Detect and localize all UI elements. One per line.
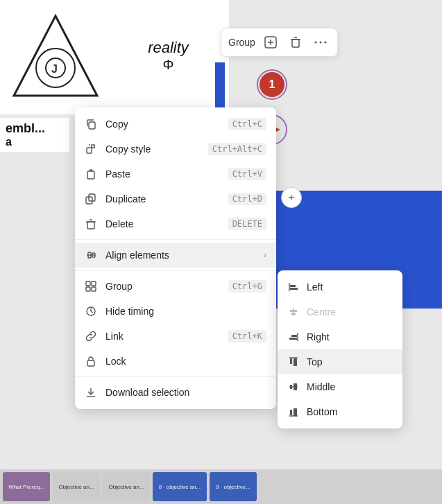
submenu-item-middle[interactable]: Middle	[278, 374, 402, 399]
menu-item-paste[interactable]: Paste Ctrl+V	[75, 162, 276, 186]
svg-rect-16	[87, 148, 92, 153]
svg-rect-15	[89, 122, 95, 129]
menu-divider-2	[75, 270, 276, 271]
svg-rect-47	[294, 358, 297, 366]
svg-rect-49	[290, 385, 292, 389]
menu-group-label: Group	[105, 281, 220, 292]
svg-rect-28	[86, 287, 90, 291]
svg-point-14	[324, 42, 326, 44]
submenu-item-bottom[interactable]: Bottom	[278, 399, 402, 424]
svg-rect-9	[292, 40, 299, 47]
svg-rect-44	[289, 338, 297, 340]
thumb-item-3[interactable]: 8 · objective an...	[153, 472, 207, 501]
menu-copy-style-shortcut: Ctrl+Alt+C	[208, 143, 266, 155]
menu-lock-label: Lock	[105, 356, 266, 367]
menu-item-align[interactable]: Align elements ›	[75, 243, 276, 268]
menu-copy-style-label: Copy style	[105, 144, 200, 155]
thumb-item-0[interactable]: What Prereq...	[3, 472, 50, 501]
svg-point-13	[319, 42, 321, 44]
submenu-item-left[interactable]: Left	[278, 275, 402, 299]
svg-rect-46	[290, 358, 292, 364]
menu-item-delete[interactable]: Delete DELETE	[75, 211, 276, 236]
align-icon	[85, 249, 97, 261]
svg-rect-38	[290, 288, 298, 290]
submenu-right-label: Right	[307, 331, 393, 342]
svg-rect-17	[87, 171, 94, 179]
download-icon	[85, 386, 97, 399]
menu-paste-label: Paste	[105, 168, 220, 180]
hide-timing-icon	[85, 305, 97, 318]
svg-line-32	[91, 311, 93, 313]
svg-rect-53	[294, 408, 297, 416]
align-submenu: Left Centre Right	[278, 270, 402, 428]
add-button[interactable]	[261, 33, 280, 52]
svg-rect-27	[92, 281, 96, 286]
paste-icon	[85, 168, 97, 180]
menu-item-group[interactable]: Group Ctrl+G	[75, 274, 276, 299]
toolbar-group-label: Group	[228, 37, 255, 48]
menu-item-hide-timing[interactable]: Hide timing	[75, 299, 276, 324]
submenu-middle-label: Middle	[307, 381, 393, 392]
svg-rect-52	[290, 410, 292, 415]
thumb-label-4: 9 · objective...	[216, 484, 250, 490]
more-options-button[interactable]	[311, 33, 330, 52]
delete-button[interactable]	[286, 33, 305, 52]
svg-rect-29	[92, 287, 96, 291]
svg-rect-41	[291, 313, 296, 315]
thumb-item-4[interactable]: 9 · objective...	[210, 472, 257, 501]
menu-download-label: Download selection	[105, 387, 266, 398]
menu-item-download[interactable]: Download selection	[75, 380, 276, 405]
menu-duplicate-label: Duplicate	[105, 193, 220, 205]
group-icon	[85, 280, 97, 293]
align-top-icon	[287, 356, 300, 368]
lock-icon	[85, 355, 97, 367]
submenu-centre-label: Centre	[307, 306, 393, 318]
duplicate-icon	[85, 193, 97, 205]
align-centre-icon	[287, 306, 300, 318]
menu-copy-shortcut: Ctrl+C	[228, 118, 266, 130]
svg-point-12	[314, 42, 316, 44]
thumb-item-1[interactable]: Objective an...	[53, 472, 100, 501]
thumb-label-3: 8 · objective an...	[159, 484, 201, 490]
menu-link-shortcut: Ctrl+K	[228, 330, 266, 342]
menu-divider-3	[75, 376, 276, 377]
thumb-label-1: Objective an...	[58, 484, 94, 490]
svg-rect-26	[86, 281, 90, 286]
menu-link-label: Link	[105, 331, 220, 342]
align-left-icon	[287, 281, 300, 293]
align-right-icon	[287, 331, 300, 343]
context-menu: Copy Ctrl+C Copy style Ctrl+Alt+C Paste …	[75, 107, 276, 409]
menu-item-copy[interactable]: Copy Ctrl+C	[75, 112, 276, 137]
thumb-item-2[interactable]: Objective an...	[103, 472, 150, 501]
menu-group-shortcut: Ctrl+G	[228, 280, 266, 293]
menu-duplicate-shortcut: Ctrl+D	[228, 193, 266, 205]
svg-rect-33	[87, 360, 94, 366]
submenu-bottom-label: Bottom	[307, 406, 393, 417]
menu-delete-shortcut: DELETE	[228, 218, 266, 230]
submenu-left-label: Left	[307, 281, 393, 293]
submenu-item-centre[interactable]: Centre	[278, 299, 402, 324]
submenu-item-right[interactable]: Right	[278, 324, 402, 349]
svg-rect-43	[291, 335, 297, 337]
thumb-label-2: Objective an...	[108, 484, 144, 490]
svg-rect-50	[294, 383, 297, 390]
submenu-item-top[interactable]: Top	[278, 349, 402, 374]
svg-rect-37	[290, 285, 296, 287]
thumbnail-strip: What Prereq... Objective an... Objective…	[0, 469, 442, 504]
menu-hide-timing-label: Hide timing	[105, 306, 266, 317]
svg-rect-20	[87, 222, 94, 229]
menu-item-duplicate[interactable]: Duplicate Ctrl+D	[75, 186, 276, 211]
align-bottom-icon	[287, 406, 300, 418]
copy-style-icon	[85, 143, 97, 155]
menu-delete-label: Delete	[105, 218, 220, 229]
submenu-top-label: Top	[307, 356, 393, 367]
align-middle-icon	[287, 381, 300, 393]
menu-item-copy-style[interactable]: Copy style Ctrl+Alt+C	[75, 137, 276, 162]
menu-copy-label: Copy	[105, 119, 220, 130]
link-icon	[85, 330, 97, 342]
menu-item-lock[interactable]: Lock	[75, 349, 276, 374]
menu-divider-1	[75, 239, 276, 240]
menu-paste-shortcut: Ctrl+V	[228, 168, 266, 180]
copy-icon	[85, 118, 97, 130]
menu-item-link[interactable]: Link Ctrl+K	[75, 324, 276, 349]
